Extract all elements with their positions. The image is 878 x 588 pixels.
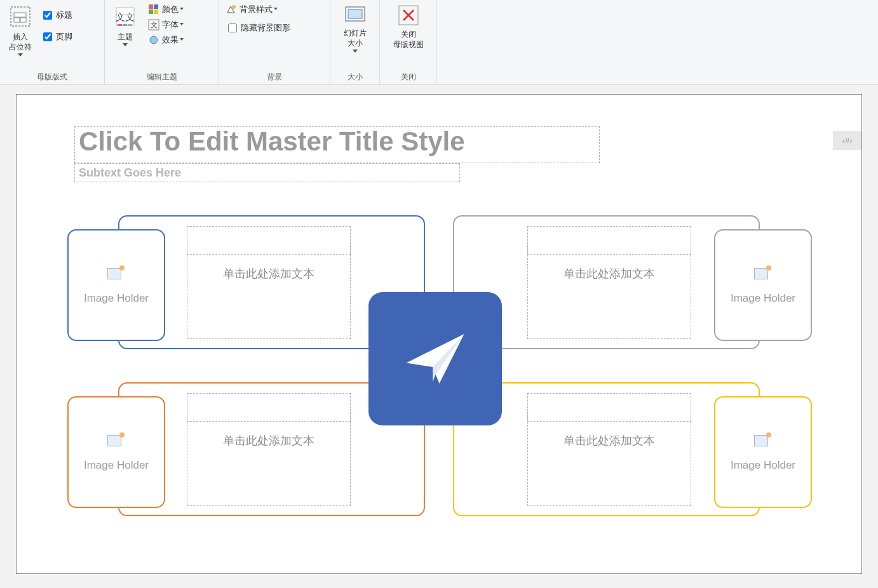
placeholder-grid-icon <box>8 4 33 29</box>
master-title-placeholder[interactable]: Click To Edit Master Title Style <box>74 126 600 163</box>
picture-icon <box>754 432 772 448</box>
fonts-icon: 文 <box>148 19 159 30</box>
chevron-down-icon <box>180 38 185 42</box>
close-master-view-button[interactable]: 关闭 母版视图 <box>389 1 428 50</box>
themes-icon: 文文 <box>112 4 138 29</box>
title-checkbox[interactable] <box>43 11 52 20</box>
hide-bg-graphics-label: 隐藏背景图形 <box>241 22 290 34</box>
svg-rect-1 <box>14 18 20 22</box>
image-holder-label: Image Holder <box>731 292 795 305</box>
fonts-label: 字体 <box>162 19 179 30</box>
svg-text:文: 文 <box>151 21 158 29</box>
chevron-down-icon <box>274 8 279 11</box>
chevron-down-icon <box>180 23 185 27</box>
ribbon: 插入 占位符 标题 页脚 母版版式 文文 <box>0 0 878 85</box>
svg-rect-3 <box>14 13 26 17</box>
themes-button[interactable]: 文文 主题 <box>109 1 142 47</box>
ribbon-group-close: 关闭 母版视图 关闭 <box>380 0 437 84</box>
effects-label: 效果 <box>162 34 179 46</box>
bg-styles-label: 背景样式 <box>240 4 273 15</box>
svg-rect-10 <box>154 4 158 9</box>
slide-number-placeholder[interactable]: ‹#› <box>833 131 861 150</box>
footer-checkbox-label: 页脚 <box>56 31 72 43</box>
text-placeholder-hint: 单击此处添加文本 <box>528 433 691 448</box>
slide-size-icon <box>342 4 368 25</box>
image-holder-label: Image Holder <box>731 459 795 472</box>
svg-point-16 <box>233 6 236 9</box>
center-paper-plane-shape[interactable] <box>368 292 502 425</box>
svg-rect-6 <box>118 24 122 26</box>
image-placeholder-orange[interactable]: Image Holder <box>67 396 165 508</box>
footer-checkbox-row[interactable]: 页脚 <box>41 30 72 43</box>
close-icon <box>397 4 420 27</box>
ribbon-group-size: 幻灯片 大小 大小 <box>330 0 380 84</box>
text-placeholder-hint: 单击此处添加文本 <box>187 266 350 281</box>
text-placeholder-header <box>527 226 691 255</box>
text-placeholder-header <box>527 393 691 422</box>
svg-rect-2 <box>20 18 26 22</box>
image-placeholder-yellow[interactable]: Image Holder <box>714 396 812 508</box>
ribbon-group-label: 编辑主题 <box>109 72 215 83</box>
chevron-down-icon <box>18 53 23 57</box>
colors-label: 颜色 <box>162 4 179 15</box>
bg-styles-button[interactable]: 背景样式 <box>223 3 293 17</box>
picture-icon <box>107 265 125 281</box>
svg-point-15 <box>150 36 158 44</box>
text-placeholder-yellow[interactable]: 单击此处添加文本 <box>527 393 691 506</box>
picture-icon <box>754 265 772 281</box>
ribbon-group-background: 背景样式 隐藏背景图形 背景 <box>219 0 330 84</box>
slide-size-button[interactable]: 幻灯片 大小 <box>339 1 372 53</box>
master-subtitle-placeholder[interactable]: Subtext Goes Here <box>74 163 460 182</box>
image-placeholder-gray[interactable]: Image Holder <box>714 229 812 341</box>
svg-rect-11 <box>149 10 153 14</box>
ribbon-group-label: 背景 <box>223 72 326 83</box>
image-placeholder-blue[interactable]: Image Holder <box>67 229 165 341</box>
effects-button[interactable]: 效果 <box>145 33 187 47</box>
hide-bg-graphics-row[interactable]: 隐藏背景图形 <box>226 22 290 34</box>
title-checkbox-row[interactable]: 标题 <box>41 9 72 22</box>
insert-placeholder-button[interactable]: 插入 占位符 <box>4 1 37 57</box>
image-holder-label: Image Holder <box>84 292 149 305</box>
paper-plane-icon <box>394 317 476 400</box>
bg-styles-icon <box>226 4 237 15</box>
close-master-view-label: 关闭 母版视图 <box>393 29 424 50</box>
effects-icon <box>148 34 159 46</box>
picture-icon <box>107 432 125 448</box>
svg-rect-7 <box>123 24 127 26</box>
svg-text:文文: 文文 <box>116 11 135 22</box>
image-holder-label: Image Holder <box>84 459 149 472</box>
text-placeholder-hint: 单击此处添加文本 <box>528 266 691 281</box>
svg-rect-12 <box>154 10 158 14</box>
ribbon-group-label: 大小 <box>334 72 375 83</box>
insert-placeholder-label: 插入 占位符 <box>9 32 32 52</box>
themes-label: 主题 <box>118 32 133 42</box>
text-placeholder-gray[interactable]: 单击此处添加文本 <box>527 226 691 339</box>
ribbon-group-master-layout: 插入 占位符 标题 页脚 母版版式 <box>0 0 105 84</box>
svg-rect-18 <box>348 10 362 18</box>
text-placeholder-hint: 单击此处添加文本 <box>187 433 350 448</box>
title-checkbox-label: 标题 <box>56 10 72 21</box>
text-placeholder-header <box>187 393 351 422</box>
text-placeholder-orange[interactable]: 单击此处添加文本 <box>187 393 351 506</box>
slide-size-label: 幻灯片 大小 <box>344 28 367 48</box>
text-placeholder-header <box>187 226 351 255</box>
ribbon-spacer <box>437 0 878 84</box>
text-placeholder-blue[interactable]: 单击此处添加文本 <box>187 226 351 339</box>
colors-icon <box>148 4 159 15</box>
slide-canvas[interactable]: Click To Edit Master Title Style Subtext… <box>16 94 862 574</box>
ribbon-group-label: 关闭 <box>384 72 433 83</box>
chevron-down-icon <box>123 43 128 47</box>
ribbon-group-edit-theme: 文文 主题 颜色 文 <box>105 0 219 84</box>
svg-rect-9 <box>149 4 153 9</box>
footer-checkbox[interactable] <box>43 32 52 41</box>
hide-bg-graphics-checkbox[interactable] <box>228 23 237 32</box>
ribbon-group-label: 母版版式 <box>4 72 100 83</box>
chevron-down-icon <box>180 8 185 11</box>
colors-button[interactable]: 颜色 <box>145 3 187 17</box>
svg-rect-8 <box>128 24 132 26</box>
chevron-down-icon <box>353 50 358 53</box>
fonts-button[interactable]: 文 字体 <box>145 18 187 32</box>
